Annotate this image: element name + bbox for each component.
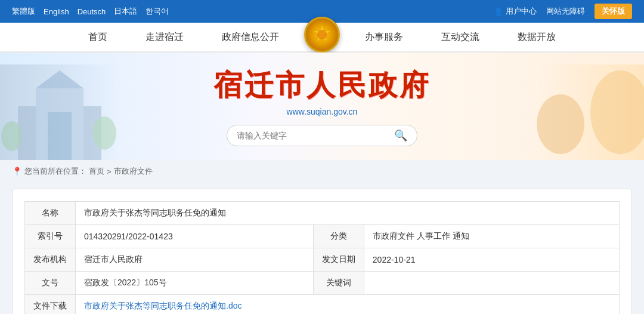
nav-interaction[interactable]: 互动交流 [422,22,499,52]
top-bar-right: 👤 用户中心 网站无障碍 关怀版 [494,4,632,19]
breadcrumb-current: 市政府文件 [114,166,153,177]
svg-point-1 [317,30,327,39]
search-icon: 🔍 [394,130,407,141]
language-switcher: 繁體版 English Deutsch 日本語 한국어 [12,6,169,17]
lang-japanese[interactable]: 日本語 [114,6,137,17]
download-link[interactable]: 市政府关于张杰等同志职务任免的通知.doc [84,301,242,310]
table-row: 索引号 014320291/2022-01423 分类 市政府文件 人事工作 通… [25,225,620,248]
svg-point-9 [590,70,644,154]
value-title: 市政府关于张杰等同志职务任免的通知 [76,202,620,225]
breadcrumb-prefix: 您当前所在位置： [24,166,86,177]
value-keywords [364,272,619,295]
search-button[interactable]: 🔍 [394,129,407,142]
accessibility-link[interactable]: 网站无障碍 [546,6,585,17]
location-icon: 📍 [12,167,22,176]
lang-korean[interactable]: 한국어 [145,6,169,17]
value-publisher: 宿迁市人民政府 [76,248,314,272]
value-category: 市政府文件 人事工作 通知 [364,225,619,248]
value-docnum: 宿政发〔2022〕105号 [76,272,314,295]
svg-point-8 [92,116,116,150]
lang-english[interactable]: English [44,7,69,16]
svg-rect-6 [83,106,101,160]
user-center-link[interactable]: 👤 用户中心 [494,6,537,17]
label-date: 发文日期 [313,248,364,272]
value-index: 014320291/2022-01423 [76,225,314,248]
label-publisher: 发布机构 [25,248,76,272]
label-download: 文件下载 [25,295,76,315]
user-icon: 👤 [494,7,503,16]
table-row: 文号 宿政发〔2022〕105号 关键词 [25,272,620,295]
nav-services[interactable]: 办事服务 [346,22,422,52]
label-category: 分类 [313,225,364,248]
value-date: 2022-10-21 [364,248,619,272]
svg-point-10 [537,94,584,154]
nav-gov-info[interactable]: 政府信息公开 [203,22,298,52]
gov-emblem [304,17,340,53]
content-area: 名称 市政府关于张杰等同志职务任免的通知 索引号 014320291/2022-… [0,183,644,314]
breadcrumb-home[interactable]: 首页 [89,166,104,177]
lang-traditional[interactable]: 繁體版 [12,6,35,17]
svg-rect-5 [18,106,36,160]
nav-bar: 首页 走进宿迁 政府信息公开 办事服务 互动交流 数据开放 [0,23,644,53]
banner-title: 宿迁市人民政府 [213,66,431,104]
table-row: 名称 市政府关于张杰等同志职务任免的通知 [25,202,620,225]
banner-building-decoration [0,64,119,160]
search-input[interactable] [237,131,394,140]
banner: 宿迁市人民政府 www.suqian.gov.cn 🔍 [0,53,644,160]
lang-deutsch[interactable]: Deutsch [78,7,106,16]
document-card: 名称 市政府关于张杰等同志职务任免的通知 索引号 014320291/2022-… [12,189,632,314]
search-bar: 🔍 [227,125,417,146]
svg-marker-3 [36,70,83,88]
breadcrumb: 📍 您当前所在位置： 首页 > 市政府文件 [0,160,644,183]
svg-rect-4 [48,112,72,160]
table-row: 文件下载 市政府关于张杰等同志职务任免的通知.doc [25,295,620,315]
detail-table: 名称 市政府关于张杰等同志职务任免的通知 索引号 014320291/2022-… [24,201,620,314]
banner-url: www.suqian.gov.cn [287,107,358,116]
value-download: 市政府关于张杰等同志职务任免的通知.doc [76,295,620,315]
label-keywords: 关键词 [313,272,364,295]
table-row: 发布机构 宿迁市人民政府 发文日期 2022-10-21 [25,248,620,272]
nav-data[interactable]: 数据开放 [499,22,575,52]
nav-home[interactable]: 首页 [69,22,126,52]
nav-about[interactable]: 走进宿迁 [126,22,203,52]
label-index: 索引号 [25,225,76,248]
svg-rect-2 [36,88,83,160]
banner-right-decoration [537,64,644,160]
label-name: 名称 [25,202,76,225]
breadcrumb-separator: > [107,167,112,176]
label-docnum: 文号 [25,272,76,295]
svg-point-7 [1,121,23,151]
care-mode-button[interactable]: 关怀版 [595,4,632,19]
